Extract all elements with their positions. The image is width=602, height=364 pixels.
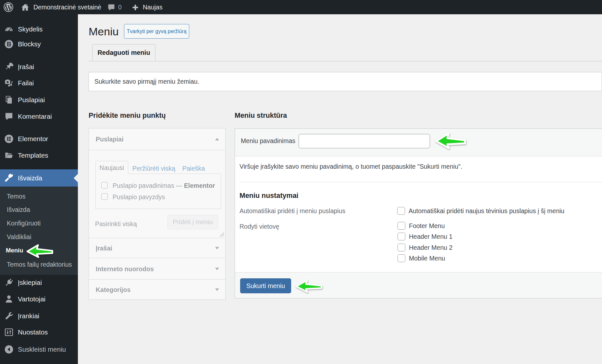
svg-text:B: B: [7, 41, 11, 48]
